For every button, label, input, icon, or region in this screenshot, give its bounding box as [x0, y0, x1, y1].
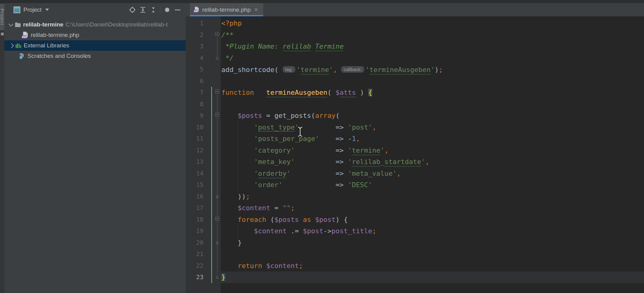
code-line[interactable]: 'post_type' => 'post',: [221, 122, 376, 133]
fold-marker-end[interactable]: ⌂: [215, 194, 219, 199]
gutter: 12−34⌂567−89−10111213141516⌂1718−1920⌂21…: [186, 16, 221, 293]
code-line[interactable]: function termineAusgeben( $atts ) {: [221, 87, 372, 98]
line-number: 19: [186, 225, 203, 237]
code-area[interactable]: <?php/** *Plugin Name: relilab Termine *…: [221, 16, 644, 293]
line-number: 8: [186, 98, 203, 110]
line-number: 23: [186, 271, 203, 283]
locate-icon[interactable]: [129, 6, 136, 14]
project-tool-window-icon: [14, 6, 20, 13]
code-line[interactable]: 'order' => 'DESC': [221, 179, 372, 191]
fold-marker-start[interactable]: −: [215, 90, 219, 94]
line-number: 22: [186, 260, 203, 272]
line-number: 15: [186, 179, 203, 191]
code-line[interactable]: }: [221, 237, 242, 249]
line-number: 4: [186, 52, 203, 64]
stripe-structure-icon[interactable]: [1, 33, 4, 35]
line-number: 20: [186, 237, 203, 249]
line-number: 2: [186, 29, 203, 41]
current-line-highlight: [221, 271, 644, 283]
ide-window: Project Project: [0, 0, 644, 293]
tree-row-scratches[interactable]: Scratches and Consoles: [4, 51, 186, 61]
line-number: 18: [186, 214, 203, 226]
window-top-edge: [0, 0, 644, 3]
code-line[interactable]: 'category' => 'termine',: [221, 145, 388, 156]
scratches-label: Scratches and Consoles: [27, 53, 91, 59]
php-file-icon: PHP: [194, 6, 199, 13]
code-line[interactable]: foreach ($posts as $post) {: [221, 214, 348, 226]
parameter-hint: tag:: [283, 66, 295, 73]
chevron-right-icon[interactable]: [9, 43, 14, 48]
fold-connector: [217, 118, 217, 194]
fold-connector: [217, 222, 217, 240]
tree-row-project-root[interactable]: relilab-termine C:\Users\Daniel\Desktop\…: [4, 19, 186, 30]
tab-relilab-termine[interactable]: PHP relilab-termine.php ✕: [190, 3, 263, 16]
toolbar-separator: [160, 6, 160, 14]
expand-all-icon[interactable]: [139, 6, 147, 14]
editor-tab-bar: PHP relilab-termine.php ✕: [186, 3, 644, 16]
line-number: 3: [186, 41, 203, 52]
gear-icon[interactable]: [163, 6, 171, 14]
chevron-down-icon[interactable]: [9, 22, 14, 26]
code-line[interactable]: $posts = get_posts(array(: [221, 110, 340, 122]
code-line[interactable]: */: [221, 52, 234, 64]
code-line[interactable]: /**: [221, 29, 234, 41]
code-line[interactable]: ));: [221, 191, 250, 203]
php-file-label: relilab-termine.php: [31, 32, 79, 38]
svg-text:PHP: PHP: [194, 10, 198, 12]
collapse-all-icon[interactable]: [150, 6, 157, 14]
external-libraries-label: External Libraries: [24, 42, 69, 49]
line-number: 16: [186, 191, 203, 203]
line-number: 17: [186, 202, 203, 214]
code-line[interactable]: 'meta_key' => 'relilab_startdate',: [221, 156, 429, 168]
php-file-icon: PHP: [22, 31, 29, 39]
stripe-project-button[interactable]: Project: [0, 4, 4, 30]
code-line[interactable]: $content = "";: [221, 202, 295, 214]
fold-connector: [217, 37, 217, 55]
scratches-icon: [18, 53, 25, 59]
code-line[interactable]: }: [221, 271, 225, 283]
left-tool-stripe: Project: [0, 3, 5, 293]
line-number: 14: [186, 168, 203, 179]
project-toolbar-label[interactable]: Project: [23, 6, 42, 13]
line-number: 1: [186, 18, 203, 29]
project-root-label: relilab-termine: [23, 21, 63, 28]
svg-text:PHP: PHP: [22, 36, 27, 38]
chevron-down-icon[interactable]: [45, 9, 49, 11]
hide-panel-icon[interactable]: [174, 6, 181, 14]
project-toolbar: Project: [4, 3, 186, 16]
external-libraries-icon: [15, 42, 22, 49]
code-line[interactable]: *Plugin Name: relilab Termine: [221, 41, 344, 52]
line-number: 21: [186, 248, 203, 260]
code-line[interactable]: <?php: [221, 18, 242, 29]
project-tree: relilab-termine C:\Users\Daniel\Desktop\…: [4, 16, 186, 61]
code-line[interactable]: $content .= $post->post_title;: [221, 225, 376, 237]
code-line[interactable]: 'orderby' => 'meta_value',: [221, 168, 401, 179]
line-number: 13: [186, 156, 203, 168]
line-number: 5: [186, 64, 203, 75]
project-panel: Project: [4, 3, 186, 293]
tree-row-php-file[interactable]: PHP relilab-termine.php: [4, 30, 186, 40]
line-number: 7: [186, 87, 203, 98]
fold-marker-end[interactable]: ⌂: [215, 240, 219, 245]
line-number: 11: [186, 133, 203, 145]
fold-marker-start[interactable]: −: [215, 113, 219, 117]
line-number: 10: [186, 122, 203, 133]
fold-marker-end[interactable]: ⌂: [215, 55, 219, 60]
code-line[interactable]: return $content;: [221, 260, 303, 272]
parameter-hint: callback:: [341, 66, 364, 73]
code-line[interactable]: add_shortcode( tag:'termine', callback:'…: [221, 64, 443, 75]
tab-title: relilab-termine.php: [202, 6, 251, 13]
fold-marker-start[interactable]: −: [215, 32, 219, 36]
code-line[interactable]: 'posts_per_page' => -1,: [221, 133, 360, 145]
tree-row-external-libraries[interactable]: External Libraries: [4, 40, 186, 51]
line-number: 9: [186, 110, 203, 122]
vcs-added-marker: [211, 87, 212, 283]
project-root-path: C:\Users\Daniel\Desktop\relilab\relilab-…: [66, 21, 168, 28]
folder-icon: [15, 22, 21, 27]
line-number: 12: [186, 145, 203, 156]
close-icon[interactable]: ✕: [253, 7, 259, 13]
fold-marker-end[interactable]: ⌂: [215, 274, 219, 279]
line-number: 6: [186, 75, 203, 87]
fold-marker-start[interactable]: −: [215, 217, 219, 221]
